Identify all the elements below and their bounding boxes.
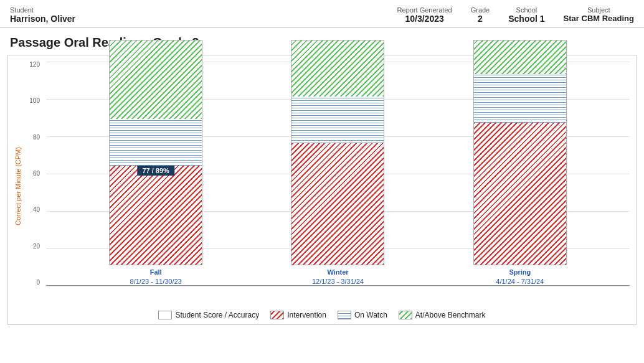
legend-item-benchmark: At/Above Benchmark (399, 311, 486, 319)
subject-value: Star CBM Reading (564, 14, 634, 23)
bar-stack (291, 40, 384, 265)
subject-label: Subject (564, 6, 634, 14)
chart-plot: 77 / 89%Fall8/1/23 - 11/30/23Winter12/1/… (46, 62, 630, 286)
x-axis-line (46, 285, 630, 286)
bar-x-label: Fall8/1/23 - 11/30/23 (130, 268, 182, 286)
legend-item-onwatch: On Watch (338, 311, 387, 319)
report-generated: Report Generated 10/3/2023 (397, 6, 452, 24)
legend-swatch-onwatch (338, 311, 351, 319)
student-name: Harrison, Oliver (10, 14, 397, 24)
chart-inner: 020406080100120 77 / 89%Fall8/1/23 - 11/… (24, 62, 630, 304)
chart-area: Correct per Minute (CPM) 020406080100120… (14, 62, 630, 304)
bar-x-label: Winter12/1/23 - 3/31/24 (312, 268, 364, 286)
y-tick: 80 (24, 134, 40, 141)
school-info: School School 1 (508, 6, 544, 24)
report-header: Student Harrison, Oliver Report Generate… (0, 0, 644, 28)
legend-swatch-intervention (270, 311, 284, 319)
bar-group: Winter12/1/23 - 3/31/24 (291, 40, 384, 286)
grade-info: Grade 2 (471, 6, 490, 24)
y-tick: 0 (24, 280, 40, 286)
school-value: School 1 (508, 14, 544, 24)
legend-swatch-benchmark (399, 311, 412, 319)
school-label: School (508, 6, 544, 14)
report-date: 10/3/2023 (397, 14, 452, 24)
legend-label-intervention: Intervention (287, 311, 326, 319)
chart-container: Correct per Minute (CPM) 020406080100120… (7, 55, 637, 325)
bar-segment-benchmark (110, 40, 202, 119)
subject-info: Subject Star CBM Reading (564, 6, 634, 24)
bar-stack: 77 / 89% (109, 40, 202, 265)
bar-tooltip: 77 / 89% (137, 166, 174, 176)
y-tick: 20 (24, 243, 40, 250)
report-label: Report Generated (397, 6, 452, 14)
bar-segment-onwatch (474, 74, 566, 123)
legend-item-intervention: Intervention (270, 311, 326, 319)
grid-line (46, 286, 630, 286)
y-tick: 120 (24, 62, 40, 68)
bars-wrapper: 77 / 89%Fall8/1/23 - 11/30/23Winter12/1/… (46, 62, 630, 286)
legend-item-score: Student Score / Accuracy (158, 311, 259, 319)
bar-segment-intervention (110, 166, 202, 265)
student-info: Student Harrison, Oliver (10, 6, 397, 24)
bar-segment-intervention (474, 123, 566, 265)
y-tick: 60 (24, 171, 40, 177)
bar-segment-onwatch (110, 119, 202, 166)
legend-label-benchmark: At/Above Benchmark (415, 311, 486, 319)
legend-swatch-score (158, 311, 172, 319)
bar-stack (473, 40, 567, 265)
legend-label-onwatch: On Watch (354, 311, 387, 319)
bar-group: 77 / 89%Fall8/1/23 - 11/30/23 (109, 40, 202, 286)
grade-label: Grade (471, 6, 490, 14)
y-tick: 100 (24, 98, 40, 104)
y-tick: 40 (24, 207, 40, 213)
bar-segment-benchmark (474, 40, 566, 74)
bar-segment-benchmark (291, 40, 384, 97)
y-axis: 020406080100120 (24, 62, 43, 286)
bar-segment-onwatch (291, 97, 384, 143)
chart-legend: Student Score / Accuracy Intervention On… (14, 304, 630, 324)
report-meta: Report Generated 10/3/2023 Grade 2 Schoo… (397, 6, 634, 24)
grade-value: 2 (471, 14, 490, 24)
bar-group: Spring4/1/24 - 7/31/24 (473, 40, 567, 286)
student-label: Student (10, 6, 397, 14)
y-axis-label: Correct per Minute (CPM) (14, 62, 22, 304)
legend-label-score: Student Score / Accuracy (175, 311, 259, 319)
bar-x-label: Spring4/1/24 - 7/31/24 (496, 268, 544, 286)
bar-segment-intervention (291, 143, 384, 265)
